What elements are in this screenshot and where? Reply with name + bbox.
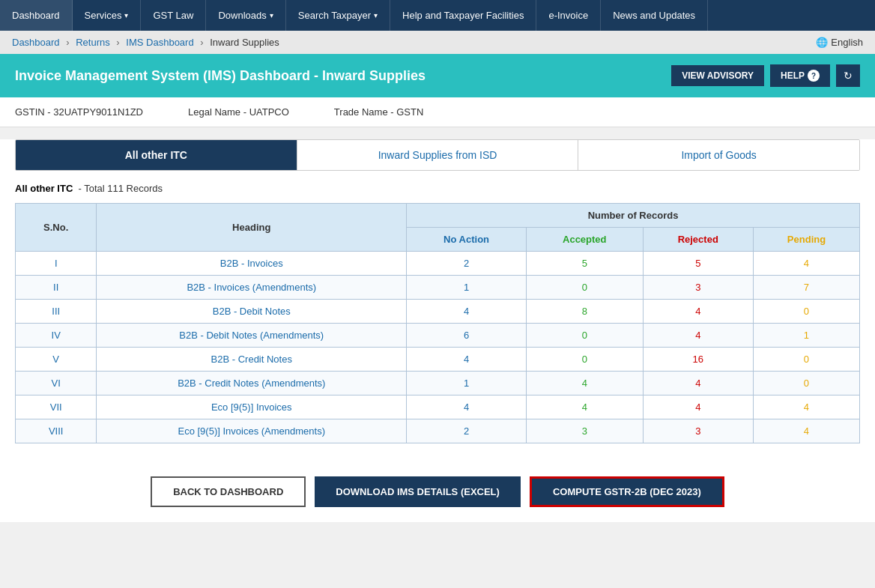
pending-cell: 7: [753, 276, 859, 300]
pending-cell: 0: [753, 372, 859, 395]
sno-cell: VIII: [16, 419, 97, 443]
col-sno-header: S.No.: [16, 204, 97, 252]
table-row: I B2B - Invoices 2 5 5 4: [16, 252, 860, 276]
pending-cell: 4: [753, 419, 859, 443]
no-action-cell: 6: [407, 324, 527, 348]
heading-link[interactable]: Eco [9(5)] Invoices: [211, 401, 292, 413]
help-icon: ?: [808, 70, 820, 82]
legal-name-info: Legal Name - UATPCO: [188, 106, 289, 118]
nav-search-taxpayer[interactable]: Search Taxpayer ▾: [286, 0, 390, 31]
nav-help[interactable]: Help and Taxpayer Facilities: [390, 0, 536, 31]
page-title: Invoice Management System (IMS) Dashboar…: [15, 68, 426, 84]
rejected-cell: 3: [643, 276, 753, 300]
no-action-cell: 4: [407, 300, 527, 324]
chevron-down-icon: ▾: [270, 11, 273, 19]
breadcrumb-dashboard[interactable]: Dashboard: [12, 37, 60, 48]
main-content: All other ITC Inward Supplies from ISD I…: [0, 139, 875, 458]
trade-name-info: Trade Name - GSTN: [334, 106, 423, 118]
accepted-cell: 8: [527, 300, 644, 324]
col-pending-header: Pending: [753, 228, 859, 252]
col-rejected-header: Rejected: [643, 228, 753, 252]
rejected-cell: 4: [643, 300, 753, 324]
nav-downloads[interactable]: Downloads ▾: [206, 0, 285, 31]
pending-cell: 1: [753, 324, 859, 348]
sno-cell: I: [16, 252, 97, 276]
breadcrumb-current: Inward Supplies: [210, 37, 279, 48]
footer-buttons: BACK TO DASHBOARD DOWNLOAD IMS DETAILS (…: [0, 458, 875, 522]
tab-bar: All other ITC Inward Supplies from ISD I…: [15, 139, 860, 171]
globe-icon: 🌐: [816, 37, 828, 48]
top-navigation: Dashboard Services ▾ GST Law Downloads ▾…: [0, 0, 875, 31]
rejected-cell: 5: [643, 252, 753, 276]
accepted-cell: 3: [527, 419, 644, 443]
sno-cell: III: [16, 300, 97, 324]
accepted-cell: 0: [527, 324, 644, 348]
sno-cell: VI: [16, 372, 97, 395]
nav-services[interactable]: Services ▾: [73, 0, 142, 31]
nav-dashboard[interactable]: Dashboard: [0, 0, 73, 31]
heading-link[interactable]: B2B - Credit Notes: [211, 354, 292, 365]
tab-inward-isd[interactable]: Inward Supplies from ISD: [297, 140, 579, 170]
sno-cell: V: [16, 348, 97, 372]
help-button[interactable]: HELP ?: [770, 64, 830, 87]
table-row: VI B2B - Credit Notes (Amendments) 1 4 4…: [16, 372, 860, 395]
no-action-cell: 2: [407, 419, 527, 443]
heading-link[interactable]: B2B - Debit Notes (Amendments): [179, 330, 324, 341]
breadcrumb-ims-dashboard[interactable]: IMS Dashboard: [126, 37, 193, 48]
pending-cell: 0: [753, 348, 859, 372]
col-no-action-header: No Action: [407, 228, 527, 252]
accepted-cell: 5: [527, 252, 644, 276]
rejected-cell: 4: [643, 324, 753, 348]
nav-news[interactable]: News and Updates: [601, 0, 708, 31]
heading-cell: B2B - Credit Notes (Amendments): [97, 372, 407, 395]
heading-cell: B2B - Debit Notes: [97, 300, 407, 324]
heading-link[interactable]: B2B - Credit Notes (Amendments): [178, 378, 325, 389]
breadcrumb-returns[interactable]: Returns: [76, 37, 110, 48]
header-buttons: VIEW ADVISORY HELP ? ↻: [671, 64, 860, 87]
col-number-records-header: Number of Records: [407, 204, 860, 228]
refresh-button[interactable]: ↻: [836, 64, 860, 87]
heading-cell: B2B - Invoices: [97, 252, 407, 276]
no-action-cell: 4: [407, 395, 527, 419]
compute-gstr2b-button[interactable]: COMPUTE GSTR-2B (DEC 2023): [530, 476, 724, 507]
heading-cell: Eco [9(5)] Invoices (Amendments): [97, 419, 407, 443]
rejected-cell: 4: [643, 395, 753, 419]
table-row: VII Eco [9(5)] Invoices 4 4 4 4: [16, 395, 860, 419]
accepted-cell: 0: [527, 348, 644, 372]
back-to-dashboard-button[interactable]: BACK TO DASHBOARD: [151, 476, 306, 507]
records-heading: All other ITC - Total 111 Records: [15, 183, 860, 194]
rejected-cell: 3: [643, 419, 753, 443]
accepted-cell: 4: [527, 372, 644, 395]
accepted-cell: 0: [527, 276, 644, 300]
tab-import-goods[interactable]: Import of Goods: [578, 140, 859, 170]
table-row: V B2B - Credit Notes 4 0 16 0: [16, 348, 860, 372]
download-ims-button[interactable]: DOWNLOAD IMS DETAILS (EXCEL): [315, 476, 521, 507]
heading-cell: B2B - Debit Notes (Amendments): [97, 324, 407, 348]
table-row: II B2B - Invoices (Amendments) 1 0 3 7: [16, 276, 860, 300]
pending-cell: 4: [753, 395, 859, 419]
heading-cell: B2B - Credit Notes: [97, 348, 407, 372]
info-bar: GSTIN - 32UATPY9011N1ZD Legal Name - UAT…: [0, 97, 875, 127]
pending-cell: 4: [753, 252, 859, 276]
heading-link[interactable]: B2B - Invoices: [220, 258, 283, 269]
tab-all-other-itc[interactable]: All other ITC: [16, 140, 297, 170]
view-advisory-button[interactable]: VIEW ADVISORY: [671, 65, 764, 86]
nav-e-invoice[interactable]: e-Invoice: [536, 0, 601, 31]
accepted-cell: 4: [527, 395, 644, 419]
pending-cell: 0: [753, 300, 859, 324]
page-header: Invoice Management System (IMS) Dashboar…: [0, 54, 875, 97]
heading-link[interactable]: B2B - Debit Notes: [213, 306, 291, 317]
sno-cell: VII: [16, 395, 97, 419]
breadcrumb: Dashboard › Returns › IMS Dashboard › In…: [0, 31, 875, 54]
no-action-cell: 2: [407, 252, 527, 276]
col-accepted-header: Accepted: [527, 228, 644, 252]
chevron-down-icon: ▾: [124, 11, 128, 19]
heading-cell: Eco [9(5)] Invoices: [97, 395, 407, 419]
heading-link[interactable]: Eco [9(5)] Invoices (Amendments): [178, 425, 325, 437]
heading-link[interactable]: B2B - Invoices (Amendments): [187, 282, 316, 293]
table-row: III B2B - Debit Notes 4 8 4 0: [16, 300, 860, 324]
nav-gst-law[interactable]: GST Law: [141, 0, 206, 31]
no-action-cell: 1: [407, 276, 527, 300]
language-selector[interactable]: 🌐 English: [816, 37, 863, 48]
table-row: VIII Eco [9(5)] Invoices (Amendments) 2 …: [16, 419, 860, 443]
